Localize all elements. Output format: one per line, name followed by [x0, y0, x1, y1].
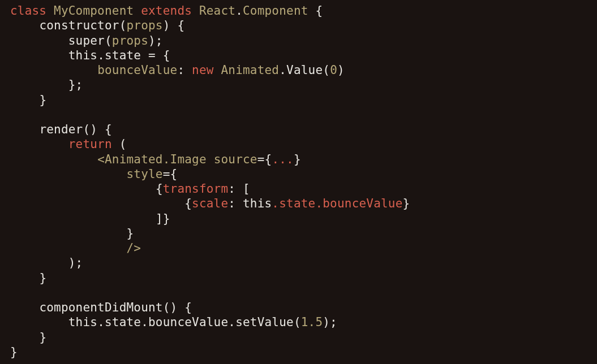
indent [10, 123, 39, 136]
dot: . [141, 315, 148, 329]
identifier-props: props [127, 19, 163, 32]
identifier-component: Component [243, 4, 308, 18]
equals: = [257, 153, 265, 166]
indent [10, 241, 127, 255]
key-transform: transform [163, 182, 229, 196]
brace-close: } [163, 212, 170, 226]
fn-super: super [68, 34, 105, 47]
indent [10, 182, 156, 196]
space [214, 63, 221, 77]
brace-close-semi: }; [68, 78, 83, 92]
parens: () [83, 123, 97, 136]
brace-open: { [184, 197, 192, 210]
brace-close: } [294, 153, 301, 166]
dot: . [97, 49, 105, 62]
equals: = [163, 167, 170, 181]
space [207, 153, 214, 166]
space [184, 63, 192, 77]
paren-close: ) [163, 19, 170, 32]
brace-close: } [39, 93, 46, 107]
paren-close: ) [337, 63, 345, 77]
prop-state: state [279, 197, 315, 210]
identifier-props: props [112, 34, 148, 47]
prop-state: state [105, 49, 141, 62]
key-scale: scale [192, 197, 228, 210]
fn-value: Value [286, 63, 323, 77]
identifier-animated: Animated [221, 63, 279, 77]
fn-componentdidmount: componentDidMount [39, 301, 162, 314]
keyword-this: this [68, 49, 97, 62]
jsx-tag-animated-image: Animated.Image [105, 153, 207, 166]
indent [10, 212, 156, 226]
keyword-class: class [10, 4, 46, 18]
indent [10, 197, 184, 210]
paren-open: ( [119, 19, 127, 32]
brace-open: { [156, 182, 163, 196]
indent [10, 34, 68, 47]
brace-close: } [127, 227, 134, 240]
jsx-self-close: /> [127, 241, 141, 255]
prop-bouncevalue: bounceValue [148, 315, 228, 329]
dot: . [228, 315, 235, 329]
indent [10, 19, 39, 32]
ellipsis: ... [272, 153, 294, 166]
keyword-this: this [243, 197, 272, 210]
indent [10, 93, 39, 107]
keyword-return: return [68, 137, 112, 151]
paren-open: ( [294, 315, 301, 329]
brace-open: { [308, 4, 323, 18]
bracket-open: [ [235, 182, 250, 196]
bracket-close: ] [156, 212, 163, 226]
identifier-react: React [199, 4, 235, 18]
dot: . [272, 197, 279, 210]
indent [10, 78, 68, 92]
indent [10, 315, 68, 329]
fn-constructor: constructor [39, 19, 119, 32]
colon: : [228, 182, 235, 196]
brace-open: { [177, 301, 192, 314]
code-editor[interactable]: class MyComponent extends React.Componen… [10, 3, 587, 359]
indent [10, 301, 39, 314]
keyword-extends: extends [141, 4, 192, 18]
brace-open: { [170, 19, 185, 32]
indent [10, 167, 127, 181]
indent [10, 256, 68, 270]
brace-open: { [170, 167, 178, 181]
fn-setvalue: setValue [235, 315, 294, 329]
keyword-new: new [192, 63, 214, 77]
indent [10, 331, 39, 344]
prop-bouncevalue: bounceValue [323, 197, 402, 210]
identifier-mycomponent: MyComponent [54, 4, 134, 18]
brace-close: } [39, 331, 46, 344]
colon: : [228, 197, 235, 210]
jsx-angle-open: < [97, 153, 105, 166]
indent [10, 49, 68, 62]
code-block: class MyComponent extends React.Componen… [10, 4, 410, 359]
fn-render: render [39, 123, 83, 136]
equals: = [141, 49, 163, 62]
indent [10, 271, 39, 285]
dot: . [235, 4, 243, 18]
jsx-attr-source: source [214, 153, 257, 166]
parens: () [163, 301, 178, 314]
indent [10, 63, 97, 77]
brace-close: } [39, 271, 46, 285]
indent [10, 137, 68, 151]
paren-open: ( [112, 137, 127, 151]
paren-close-semi: ); [68, 256, 83, 270]
paren-open: ( [323, 63, 330, 77]
space [235, 197, 243, 210]
dot: . [279, 63, 286, 77]
brace-open: { [97, 123, 112, 136]
indent [10, 153, 97, 166]
paren-close-semi: ); [148, 34, 163, 47]
dot: . [315, 197, 323, 210]
jsx-attr-style: style [127, 167, 163, 181]
colon: : [177, 63, 184, 77]
keyword-this: this [68, 315, 97, 329]
brace-close: } [10, 345, 18, 359]
paren-open: ( [105, 34, 112, 47]
key-bouncevalue: bounceValue [97, 63, 177, 77]
brace-open: { [265, 153, 272, 166]
prop-state: state [105, 315, 141, 329]
